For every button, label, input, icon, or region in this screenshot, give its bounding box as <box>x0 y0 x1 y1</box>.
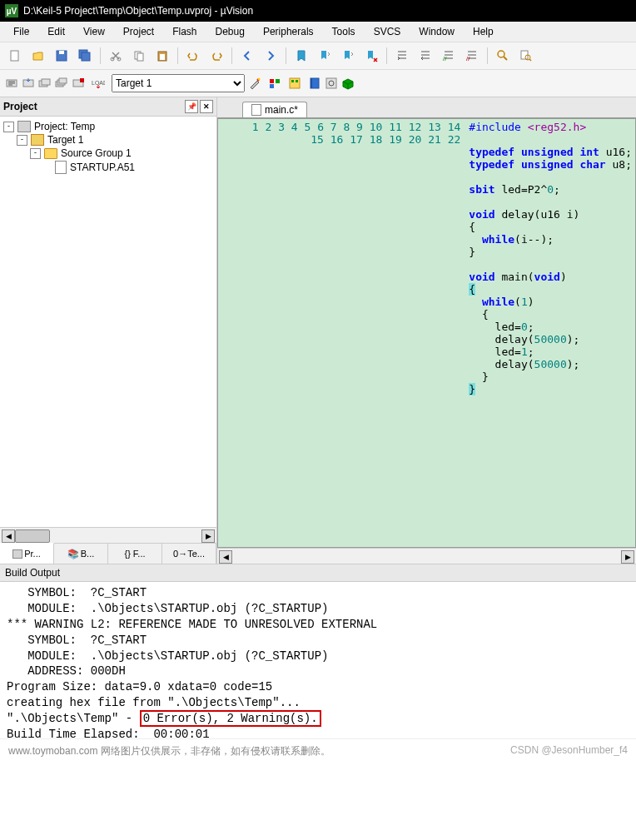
tab-main-c[interactable]: main.c* <box>242 102 307 117</box>
svg-rect-8 <box>137 53 143 61</box>
code-content[interactable]: #include <reg52.h> typedef unsigned int … <box>465 119 635 547</box>
expand-icon[interactable]: - <box>3 122 14 132</box>
open-file-button[interactable] <box>28 46 48 66</box>
svg-rect-35 <box>326 78 336 88</box>
bookmark-prev-button[interactable] <box>315 46 335 66</box>
find-button[interactable] <box>493 46 513 66</box>
menu-flash[interactable]: Flash <box>164 24 205 39</box>
menu-debug[interactable]: Debug <box>207 24 253 39</box>
tab-project[interactable]: Pr... <box>0 543 54 564</box>
rebuild-button[interactable] <box>38 77 52 90</box>
menu-view[interactable]: View <box>75 24 113 39</box>
editor-hscroll[interactable]: ◀ ▶ <box>217 548 636 564</box>
config-wizard-button[interactable] <box>325 77 338 90</box>
new-file-button[interactable] <box>5 46 25 66</box>
redo-button[interactable] <box>206 46 226 66</box>
svg-rect-4 <box>82 52 90 61</box>
menu-tools[interactable]: Tools <box>324 24 364 39</box>
scroll-right-icon[interactable]: ▶ <box>621 550 634 564</box>
tree-target[interactable]: - Target 1 <box>3 133 213 147</box>
panel-close-button[interactable]: ✕ <box>200 100 213 113</box>
panel-pin-button[interactable]: 📌 <box>185 100 198 113</box>
bookmark-clear-button[interactable] <box>361 46 381 66</box>
folder-icon <box>44 148 57 159</box>
menu-peripherals[interactable]: Peripherals <box>255 24 322 39</box>
editor-tabs: main.c* <box>217 97 636 118</box>
svg-rect-10 <box>160 54 165 60</box>
comment-button[interactable]: // <box>439 46 459 66</box>
expand-icon[interactable]: - <box>30 148 41 159</box>
project-icon <box>12 549 22 559</box>
menu-file[interactable]: File <box>5 24 37 39</box>
expand-icon[interactable]: - <box>17 135 27 146</box>
sidebar-hscroll[interactable]: ◀ ▶ <box>0 527 216 543</box>
footer-left: www.toymoban.com 网络图片仅供展示，非存储，如有侵权请联系删除。 <box>8 744 330 758</box>
svg-point-13 <box>498 51 504 57</box>
cut-button[interactable] <box>106 46 126 66</box>
undo-button[interactable] <box>183 46 203 66</box>
find-in-files-button[interactable] <box>516 46 536 66</box>
svg-rect-24 <box>80 78 84 82</box>
tree-project-root[interactable]: - Project: Temp <box>3 120 213 133</box>
nav-forward-button[interactable] <box>261 46 281 66</box>
menu-svcs[interactable]: SVCS <box>365 24 410 39</box>
indent-button[interactable] <box>392 46 412 66</box>
file-icon <box>55 161 67 174</box>
bookmark-next-button[interactable] <box>338 46 358 66</box>
svg-text://: // <box>443 55 447 62</box>
menu-help[interactable]: Help <box>465 24 502 39</box>
batch-build-button[interactable] <box>55 77 68 90</box>
project-icon <box>17 121 31 132</box>
bookmark-toggle-button[interactable] <box>291 46 311 66</box>
project-panel-title: Project <box>3 101 37 112</box>
menu-project[interactable]: Project <box>115 24 162 39</box>
save-all-button[interactable] <box>75 46 95 66</box>
svg-rect-2 <box>59 51 64 54</box>
nav-back-button[interactable] <box>237 46 257 66</box>
menu-window[interactable]: Window <box>410 24 463 39</box>
svg-rect-30 <box>290 78 300 88</box>
svg-rect-31 <box>291 80 294 82</box>
svg-rect-22 <box>59 78 67 83</box>
tree-source-group[interactable]: - Source Group 1 <box>3 147 213 160</box>
build-result-prefix: ".\Objects\Temp" - <box>7 712 140 725</box>
scroll-left-icon[interactable]: ◀ <box>2 529 15 543</box>
options-button[interactable] <box>248 77 261 90</box>
build-output[interactable]: SYMBOL: ?C_START MODULE: .\Objects\START… <box>0 582 636 738</box>
outdent-button[interactable] <box>415 46 435 66</box>
tree-file-startup[interactable]: STARTUP.A51 <box>3 160 213 175</box>
filetab-label: main.c* <box>265 104 298 116</box>
scroll-thumb[interactable] <box>15 529 50 543</box>
svg-rect-0 <box>11 51 18 61</box>
scroll-right-icon[interactable]: ▶ <box>201 529 215 543</box>
copy-button[interactable] <box>129 46 149 66</box>
paste-button[interactable] <box>152 46 172 66</box>
main-toolbar: // // <box>0 42 636 70</box>
build-button[interactable] <box>22 77 35 90</box>
pack-installer-button[interactable] <box>341 77 355 90</box>
manage-rtos-button[interactable] <box>288 77 301 90</box>
scroll-left-icon[interactable]: ◀ <box>219 550 232 564</box>
uncomment-button[interactable]: // <box>462 46 482 66</box>
save-button[interactable] <box>52 46 72 66</box>
books-button[interactable] <box>308 77 321 90</box>
footer: www.toymoban.com 网络图片仅供展示，非存储，如有侵权请联系删除。… <box>0 738 636 763</box>
svg-rect-28 <box>276 79 280 83</box>
build-output-title: Build Output <box>5 567 60 579</box>
target-selector[interactable]: Target 1 <box>112 74 245 92</box>
tab-functions[interactable]: {} F... <box>108 544 162 564</box>
download-button[interactable]: LOAD <box>92 77 105 90</box>
tab-templates[interactable]: 0→Te... <box>162 544 216 564</box>
tree-label: STARTUP.A51 <box>70 162 135 173</box>
project-tree[interactable]: - Project: Temp - Target 1 - Source Grou… <box>0 117 216 527</box>
sidebar-tabs: Pr... 📚B... {} F... 0→Te... <box>0 543 216 564</box>
menu-edit[interactable]: Edit <box>39 24 73 39</box>
stop-build-button[interactable] <box>72 77 85 90</box>
code-editor[interactable]: 1 2 3 4 5 6 7 8 9 10 11 12 13 14 15 16 1… <box>217 118 636 548</box>
translate-button[interactable] <box>5 77 18 90</box>
tab-books[interactable]: 📚B... <box>54 544 108 564</box>
svg-rect-29 <box>270 84 274 88</box>
file-extensions-button[interactable] <box>268 77 281 90</box>
svg-text:LOAD: LOAD <box>92 80 105 86</box>
build-output-header: Build Output <box>0 564 636 582</box>
